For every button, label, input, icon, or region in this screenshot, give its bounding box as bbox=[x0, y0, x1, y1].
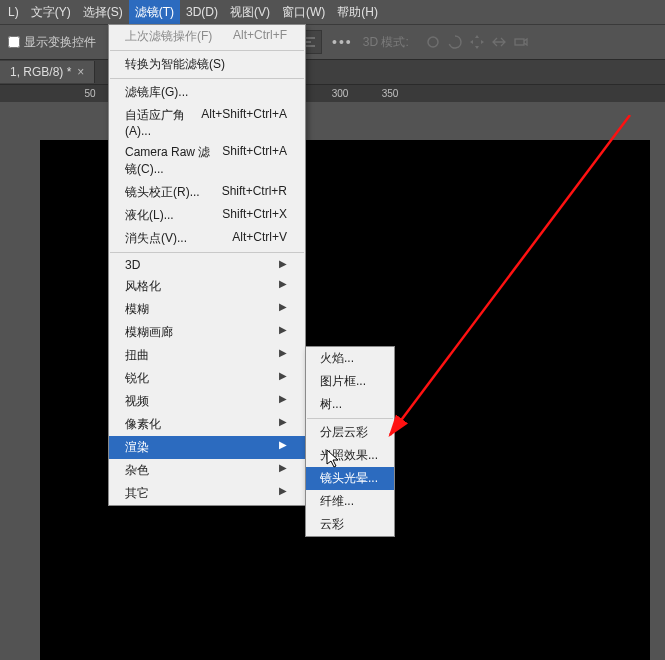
document-tab[interactable]: 1, RGB/8) * × bbox=[0, 61, 95, 83]
3d-mode-label: 3D 模式: bbox=[363, 34, 409, 51]
close-icon[interactable]: × bbox=[77, 65, 84, 79]
more-icon[interactable]: ••• bbox=[332, 34, 353, 50]
filter-video[interactable]: 视频▶ bbox=[109, 390, 305, 413]
menu-window[interactable]: 窗口(W) bbox=[276, 0, 331, 25]
render-picture-frame[interactable]: 图片框... bbox=[306, 370, 394, 393]
orbit-icon[interactable] bbox=[425, 34, 441, 50]
filter-dropdown: 上次滤镜操作(F)Alt+Ctrl+F 转换为智能滤镜(S) 滤镜库(G)...… bbox=[108, 24, 306, 506]
document-title: 1, RGB/8) * bbox=[10, 65, 71, 79]
filter-blur[interactable]: 模糊▶ bbox=[109, 298, 305, 321]
menu-view[interactable]: 视图(V) bbox=[224, 0, 276, 25]
menu-3d[interactable]: 3D(D) bbox=[180, 1, 224, 23]
pan-icon[interactable] bbox=[469, 34, 485, 50]
render-submenu: 火焰... 图片框... 树... 分层云彩 光照效果... 镜头光晕... 纤… bbox=[305, 346, 395, 537]
adaptive-wide-angle[interactable]: 自适应广角(A)...Alt+Shift+Ctrl+A bbox=[109, 104, 305, 141]
menu-select[interactable]: 选择(S) bbox=[77, 0, 129, 25]
render-flame[interactable]: 火焰... bbox=[306, 347, 394, 370]
render-tree[interactable]: 树... bbox=[306, 393, 394, 416]
filter-3d[interactable]: 3D▶ bbox=[109, 255, 305, 275]
convert-smart-filter[interactable]: 转换为智能滤镜(S) bbox=[109, 53, 305, 76]
menu-separator bbox=[307, 418, 393, 419]
filter-last: 上次滤镜操作(F)Alt+Ctrl+F bbox=[109, 25, 305, 48]
ruler-horizontal: 50 100 150 200 250 300 350 bbox=[0, 84, 665, 102]
3d-mode-icons bbox=[425, 34, 529, 50]
filter-stylize[interactable]: 风格化▶ bbox=[109, 275, 305, 298]
filter-pixelate[interactable]: 像素化▶ bbox=[109, 413, 305, 436]
lens-correction[interactable]: 镜头校正(R)...Shift+Ctrl+R bbox=[109, 181, 305, 204]
menubar: L) 文字(Y) 选择(S) 滤镜(T) 3D(D) 视图(V) 窗口(W) 帮… bbox=[0, 0, 665, 24]
menu-text[interactable]: 文字(Y) bbox=[25, 0, 77, 25]
filter-sharpen[interactable]: 锐化▶ bbox=[109, 367, 305, 390]
slide-icon[interactable] bbox=[491, 34, 507, 50]
show-transform-checkbox[interactable]: 显示变换控件 bbox=[8, 34, 96, 51]
rotate-icon[interactable] bbox=[447, 34, 463, 50]
options-bar: 显示变换控件 ••• 3D 模式: bbox=[0, 24, 665, 60]
checkbox-label: 显示变换控件 bbox=[24, 34, 96, 51]
render-clouds[interactable]: 云彩 bbox=[306, 513, 394, 536]
filter-other[interactable]: 其它▶ bbox=[109, 482, 305, 505]
ruler-tick-label: 300 bbox=[332, 88, 349, 99]
render-fibers[interactable]: 纤维... bbox=[306, 490, 394, 513]
camera-icon[interactable] bbox=[513, 34, 529, 50]
render-lighting-effects[interactable]: 光照效果... bbox=[306, 444, 394, 467]
svg-rect-1 bbox=[515, 39, 524, 45]
camera-raw-filter[interactable]: Camera Raw 滤镜(C)...Shift+Ctrl+A bbox=[109, 141, 305, 181]
render-lens-flare[interactable]: 镜头光晕... bbox=[306, 467, 394, 490]
filter-blur-gallery[interactable]: 模糊画廊▶ bbox=[109, 321, 305, 344]
filter-render[interactable]: 渲染▶ bbox=[109, 436, 305, 459]
filter-noise[interactable]: 杂色▶ bbox=[109, 459, 305, 482]
menu-help[interactable]: 帮助(H) bbox=[331, 0, 384, 25]
menu-separator bbox=[110, 50, 304, 51]
menu-filter[interactable]: 滤镜(T) bbox=[129, 0, 180, 25]
menu-separator bbox=[110, 78, 304, 79]
ruler-tick-label: 350 bbox=[382, 88, 399, 99]
svg-point-0 bbox=[428, 37, 438, 47]
document-tab-bar: 1, RGB/8) * × bbox=[0, 60, 665, 84]
render-difference-clouds[interactable]: 分层云彩 bbox=[306, 421, 394, 444]
menu-separator bbox=[110, 252, 304, 253]
liquify[interactable]: 液化(L)...Shift+Ctrl+X bbox=[109, 204, 305, 227]
vanishing-point[interactable]: 消失点(V)...Alt+Ctrl+V bbox=[109, 227, 305, 250]
menu-item[interactable]: L) bbox=[2, 1, 25, 23]
filter-distort[interactable]: 扭曲▶ bbox=[109, 344, 305, 367]
ruler-tick-label: 50 bbox=[84, 88, 95, 99]
filter-gallery[interactable]: 滤镜库(G)... bbox=[109, 81, 305, 104]
